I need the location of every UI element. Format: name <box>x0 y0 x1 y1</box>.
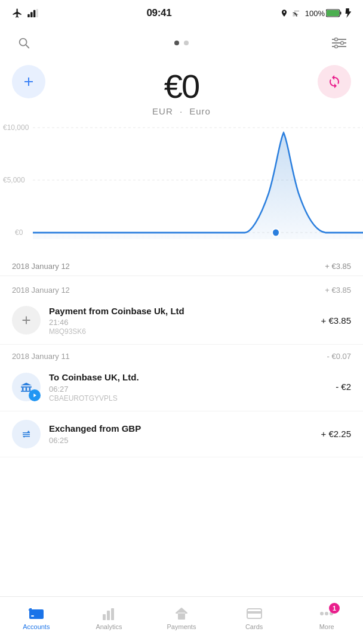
transfer-badge <box>29 389 41 401</box>
transaction-icon-exchange <box>12 420 41 448</box>
transaction-date-header-1: 2018 January 12 + €3.85 <box>0 278 363 297</box>
svg-rect-0 <box>27 14 30 17</box>
svg-rect-26 <box>31 615 34 617</box>
search-button[interactable] <box>12 31 36 55</box>
transaction-amount-3: + €2.25 <box>321 429 351 439</box>
divider <box>0 275 363 276</box>
sync-button[interactable] <box>318 65 351 98</box>
transaction-item[interactable]: Payment from Coinbase Uk, Ltd 21:46 M8Q9… <box>0 297 363 345</box>
search-icon <box>17 36 30 49</box>
more-badge: 1 <box>329 603 340 614</box>
svg-text:€10,000: €10,000 <box>3 123 29 132</box>
filter-button[interactable] <box>327 31 351 55</box>
nav-analytics-label: Analytics <box>96 623 122 630</box>
svg-text:€5,000: €5,000 <box>3 175 25 184</box>
airplane-icon <box>12 8 23 18</box>
svg-rect-25 <box>29 611 44 613</box>
filter-icon <box>332 38 346 48</box>
balance-amount-value: 0 <box>182 67 199 105</box>
balance-display: €0 <box>164 68 199 105</box>
transaction-date-header-2: 2018 January 11 - €0.07 <box>0 345 363 363</box>
nav-more-label: More <box>319 623 334 630</box>
svg-rect-2 <box>33 10 36 17</box>
transaction-amount-1: + €3.85 <box>321 315 351 326</box>
status-bar: 09:41 100% <box>0 0 363 26</box>
signal-icon <box>27 9 38 17</box>
accounts-icon <box>28 606 45 621</box>
dot-1 <box>174 41 179 45</box>
svg-rect-24 <box>29 609 44 619</box>
transaction-item-3[interactable]: Exchanged from GBP 06:25 + €2.25 <box>0 411 363 457</box>
svg-point-11 <box>341 42 344 45</box>
sync-icon <box>327 75 342 89</box>
page-dots <box>174 41 189 45</box>
transaction-details-2: To Coinbase UK, Ltd. 06:27 CBAEUROTGYVPL… <box>49 371 336 402</box>
add-button[interactable] <box>12 65 45 98</box>
svg-rect-3 <box>36 9 38 17</box>
svg-rect-6 <box>340 12 341 15</box>
charging-icon <box>345 8 351 18</box>
svg-rect-21 <box>22 388 24 391</box>
status-left <box>12 8 38 18</box>
nav-cards[interactable]: Cards <box>218 606 291 630</box>
svg-point-20 <box>272 228 279 236</box>
bottom-nav: Accounts Analytics Payments <box>0 596 363 644</box>
nav-cards-label: Cards <box>245 623 263 630</box>
transaction-icon-coinbase <box>12 306 41 335</box>
currency-symbol: € <box>164 67 182 105</box>
nav-accounts-label: Accounts <box>23 623 50 630</box>
svg-text:€0: €0 <box>15 228 23 237</box>
top-bar <box>0 26 363 62</box>
nav-payments[interactable]: Payments <box>145 606 218 630</box>
svg-rect-27 <box>103 614 106 620</box>
more-icon: 1 <box>318 606 335 621</box>
balance-chart: €10,000 €5,000 €0 <box>0 121 363 252</box>
balance-currency-label: EUR · Euro <box>152 106 211 116</box>
chart-date-label: 2018 January 12 <box>12 262 70 271</box>
status-time: 09:41 <box>146 7 171 19</box>
transaction-item-2[interactable]: To Coinbase UK, Ltd. 06:27 CBAEUROTGYVPL… <box>0 363 363 411</box>
status-right: 100% <box>280 8 351 18</box>
svg-point-33 <box>325 612 328 615</box>
transaction-details-3: Exchanged from GBP 06:25 <box>49 423 321 445</box>
plus-icon <box>21 75 36 89</box>
balance-section: €0 EUR · Euro <box>0 62 363 116</box>
transaction-details-1: Payment from Coinbase Uk, Ltd 21:46 M8Q9… <box>49 305 321 336</box>
nav-payments-label: Payments <box>167 623 196 630</box>
nav-more[interactable]: 1 More <box>290 606 363 630</box>
cards-icon <box>246 606 263 621</box>
payments-icon <box>173 606 190 621</box>
svg-point-32 <box>320 612 324 615</box>
location-icon <box>280 9 288 17</box>
dot-2 <box>184 41 189 45</box>
svg-point-10 <box>335 38 338 41</box>
transaction-icon-bank <box>12 373 41 401</box>
transaction-amount-2: - €2 <box>336 382 351 392</box>
svg-rect-31 <box>247 611 262 614</box>
svg-rect-1 <box>30 12 33 17</box>
battery-icon: 100% <box>305 9 342 18</box>
nav-analytics[interactable]: Analytics <box>73 606 146 630</box>
svg-rect-29 <box>111 608 114 620</box>
screencast-icon <box>292 9 302 17</box>
nav-accounts[interactable]: Accounts <box>0 606 73 630</box>
chart-date-row: 2018 January 12 + €3.85 <box>0 252 363 275</box>
analytics-icon <box>100 606 117 621</box>
svg-rect-28 <box>107 611 110 620</box>
svg-rect-22 <box>26 388 27 391</box>
svg-rect-5 <box>327 10 339 16</box>
chart-value-label: + €3.85 <box>325 262 351 271</box>
svg-point-13 <box>335 45 338 48</box>
